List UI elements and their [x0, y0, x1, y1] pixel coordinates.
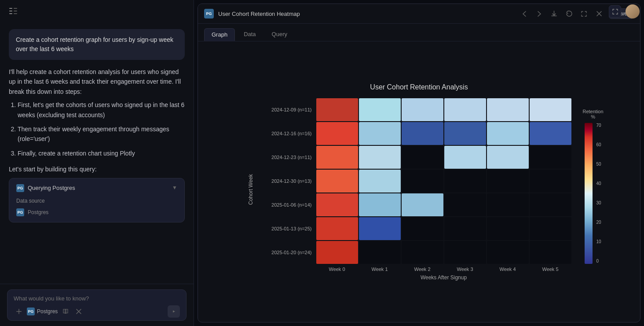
- clear-input-button[interactable]: [73, 306, 84, 317]
- table-row: 2024-12-23 (n=11): [258, 146, 571, 169]
- chat-input[interactable]: [14, 295, 180, 302]
- row-label: 2025-01-06 (n=14): [258, 202, 315, 207]
- x-axis-label: Week 5: [530, 267, 571, 272]
- row-label: 2024-12-23 (n=11): [258, 155, 315, 160]
- heatmap-cell: [359, 193, 401, 216]
- postgres-db-icon: PG: [16, 208, 24, 216]
- tab-query[interactable]: Query: [265, 28, 294, 41]
- heatmap-cell: [359, 146, 401, 169]
- heatmap-cell: [487, 122, 529, 145]
- input-datasource-label: Postgres: [37, 308, 58, 315]
- chart-body: User Cohort Retention Analysis Cohort We…: [198, 41, 640, 322]
- row-label: 2025-01-13 (n=25): [258, 226, 315, 231]
- heatmap-cells: [316, 122, 571, 145]
- legend-tick: 30: [596, 200, 601, 205]
- heatmap-cell: [444, 170, 486, 193]
- legend-bar: [585, 123, 593, 264]
- heatmap-cell: [316, 98, 358, 121]
- user-avatar[interactable]: [626, 4, 640, 19]
- svg-rect-0: [9, 8, 12, 9]
- svg-rect-4: [14, 11, 17, 11]
- heatmap-cell: [316, 193, 358, 216]
- heatmap-main: 2024-12-09 (n=11)2024-12-16 (n=16)2024-1…: [258, 98, 571, 281]
- heatmap-cell: [402, 170, 443, 193]
- user-message: Create a cohort retention graph for user…: [9, 29, 185, 60]
- heatmap-cells: [316, 170, 571, 193]
- query-block-title: Querying Postgres: [28, 184, 75, 193]
- chevron-down-icon: ▼: [172, 184, 177, 192]
- query-block-header[interactable]: PG Querying Postgres ▼: [16, 184, 177, 193]
- table-row: 2024-12-16 (n=16): [258, 122, 571, 145]
- legend-tick: 40: [596, 181, 601, 186]
- heatmap-cell: [359, 98, 401, 121]
- heatmap-cell: [530, 170, 571, 193]
- input-footer-left: PG Postgres: [14, 306, 164, 317]
- heatmap-cell: [444, 241, 486, 264]
- table-row: 2025-01-06 (n=14): [258, 193, 571, 216]
- expand-button[interactable]: [609, 5, 621, 18]
- heatmap-cells: [316, 193, 571, 216]
- heatmap-cells: [316, 146, 571, 169]
- heatmap-cell: [402, 98, 443, 121]
- heatmap-cell: [316, 217, 358, 240]
- chat-content: Create a cohort retention graph for user…: [0, 22, 194, 284]
- heatmap-cells: [316, 98, 571, 121]
- heatmap-chart: User Cohort Retention Analysis Cohort We…: [248, 83, 591, 281]
- svg-rect-3: [14, 8, 17, 9]
- nav-next-button[interactable]: [534, 8, 545, 19]
- svg-rect-1: [9, 11, 12, 11]
- row-label: 2024-12-09 (n=11): [258, 107, 315, 112]
- heatmap-cell: [359, 217, 401, 240]
- assistant-steps: First, let's get the cohorts of users wh…: [9, 100, 185, 158]
- chart-title-text: User Cohort Retention Heatmap: [218, 11, 515, 17]
- heatmap-cell: [487, 241, 529, 264]
- query-block-header-left: PG Querying Postgres: [16, 184, 75, 193]
- input-pg-icon: PG: [27, 307, 35, 315]
- x-axis-label: Week 0: [316, 267, 358, 272]
- heatmap-cell: [487, 98, 529, 121]
- chart-main-title: User Cohort Retention Analysis: [248, 83, 591, 91]
- heatmap-cell: [530, 98, 571, 121]
- heatmap-cell: [402, 193, 443, 216]
- book-icon[interactable]: [60, 306, 71, 317]
- heatmap-cell: [530, 217, 571, 240]
- heatmap-cell: [487, 193, 529, 216]
- heatmap-container: User Cohort Retention Analysis Cohort We…: [207, 50, 631, 313]
- chart-title-icon: PG: [204, 9, 214, 19]
- postgres-icon: PG: [16, 184, 24, 192]
- data-source-label: Data source: [16, 198, 45, 204]
- sidebar-toggle-button[interactable]: [7, 5, 19, 17]
- close-button[interactable]: [594, 8, 604, 19]
- heatmap-cell: [487, 217, 529, 240]
- heatmap-cell: [316, 146, 358, 169]
- tab-graph[interactable]: Graph: [204, 28, 235, 41]
- x-axis-label: Week 2: [402, 267, 443, 272]
- heatmap-cell: [359, 170, 401, 193]
- heatmap-cell: [487, 146, 529, 169]
- svg-rect-2: [9, 13, 12, 14]
- add-attachment-button[interactable]: [14, 306, 24, 317]
- row-label: 2024-12-16 (n=16): [258, 131, 315, 136]
- query-section-label: Let's start by building this query:: [9, 164, 185, 174]
- heatmap-cell: [359, 122, 401, 145]
- heatmap-cell: [530, 241, 571, 264]
- data-source-name: Postgres: [28, 208, 48, 217]
- legend-tick: 50: [596, 162, 601, 167]
- heatmap-cell: [530, 122, 571, 145]
- query-block[interactable]: PG Querying Postgres ▼ Data source PG Po…: [9, 178, 185, 222]
- datasource-badge[interactable]: PG Postgres: [27, 307, 58, 315]
- heatmap-cells: [316, 241, 571, 264]
- legend-tick: 0: [596, 259, 601, 263]
- query-block-detail: Data source PG Postgres: [16, 197, 177, 216]
- refresh-button[interactable]: [564, 8, 574, 19]
- nav-prev-button[interactable]: [519, 8, 530, 19]
- maximize-button[interactable]: [579, 8, 589, 19]
- svg-rect-5: [14, 13, 17, 14]
- send-button[interactable]: [168, 305, 180, 318]
- heatmap-cell: [316, 122, 358, 145]
- chart-window: PG User Cohort Retention Heatmap: [198, 4, 640, 322]
- heatmap-cell: [402, 122, 443, 145]
- download-button[interactable]: [549, 8, 560, 19]
- heatmap-cell: [402, 241, 443, 264]
- tab-data[interactable]: Data: [237, 28, 263, 41]
